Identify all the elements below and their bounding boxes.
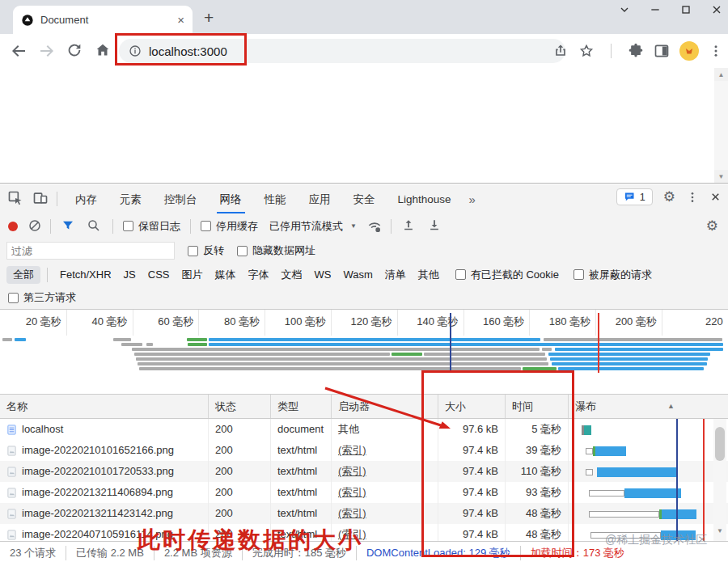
request-size: 97.4 kB xyxy=(438,461,506,482)
request-type: text/html xyxy=(271,440,332,461)
devtools-tab-application[interactable]: 应用 xyxy=(298,185,342,213)
browser-toolbar: localhost:3000 xyxy=(0,34,728,69)
col-header-initiator[interactable]: 启动器 xyxy=(332,395,438,418)
status-load-time: 加载时间：173 毫秒 xyxy=(521,546,634,560)
request-initiator-link[interactable]: (索引) xyxy=(338,444,366,456)
request-name: image-20220210101720533.png xyxy=(22,461,174,482)
more-tabs-icon[interactable]: » xyxy=(463,192,482,206)
clear-icon[interactable] xyxy=(28,218,44,235)
device-toolbar-icon[interactable] xyxy=(32,190,50,208)
request-time: 39 毫秒 xyxy=(506,440,569,461)
devtools-tab-lighthouse[interactable]: Lighthouse xyxy=(387,185,463,213)
scroll-up-icon[interactable]: ▲ xyxy=(714,68,728,81)
network-settings-gear-icon[interactable]: ⚙ xyxy=(706,219,718,233)
side-panel-icon[interactable] xyxy=(654,43,670,59)
browser-tab[interactable]: Document × xyxy=(13,6,193,34)
type-filter-fetch-xhr[interactable]: Fetch/XHR xyxy=(60,268,112,281)
home-icon[interactable] xyxy=(94,41,113,61)
request-initiator-link[interactable]: (索引) xyxy=(338,465,366,477)
disable-cache-checkbox[interactable] xyxy=(201,221,211,231)
export-har-icon[interactable] xyxy=(427,218,443,235)
table-scroll-down-icon[interactable]: ▼ xyxy=(713,527,726,535)
devtools-tab-memory[interactable]: 内存 xyxy=(64,185,108,213)
third-party-checkbox[interactable] xyxy=(8,293,19,303)
type-filter-img[interactable]: 图片 xyxy=(181,268,202,282)
overview-band[interactable] xyxy=(0,336,728,394)
devtools-tab-elements[interactable]: 元素 xyxy=(108,185,153,213)
col-header-size[interactable]: 大小 xyxy=(438,395,506,418)
issues-badge[interactable]: 1 xyxy=(616,188,653,205)
invert-checkbox[interactable] xyxy=(188,246,198,256)
devtools-menu-kebab-icon[interactable] xyxy=(686,191,699,204)
site-info-icon[interactable] xyxy=(129,44,142,57)
type-filter-other[interactable]: 其他 xyxy=(418,268,439,282)
request-row[interactable]: localhost 200 document 其他 97.6 kB 5 毫秒 xyxy=(0,419,728,440)
extensions-puzzle-icon[interactable] xyxy=(628,43,644,59)
devtools-tab-performance[interactable]: 性能 xyxy=(253,185,298,213)
throttling-caret-icon[interactable]: ▼ xyxy=(350,222,357,230)
extension-fox-icon[interactable] xyxy=(679,41,699,61)
window-close-icon[interactable] xyxy=(710,3,723,16)
network-conditions-icon[interactable] xyxy=(366,218,383,235)
import-har-icon[interactable] xyxy=(401,218,417,235)
filter-input[interactable] xyxy=(6,242,175,260)
document-file-icon xyxy=(6,425,17,435)
waterfall-dcl-line xyxy=(676,419,678,541)
forward-icon[interactable] xyxy=(37,41,57,61)
type-filter-manifest[interactable]: 清单 xyxy=(385,268,406,282)
col-header-name[interactable]: 名称 xyxy=(0,395,209,418)
devtools-tab-security[interactable]: 安全 xyxy=(342,185,387,213)
back-icon[interactable] xyxy=(9,41,28,61)
throttling-select[interactable]: 已停用节流模式 xyxy=(269,219,343,234)
devtools-settings-gear-icon[interactable]: ⚙ xyxy=(663,190,675,204)
type-filter-media[interactable]: 媒体 xyxy=(214,268,235,282)
image-file-icon xyxy=(6,488,17,498)
scroll-down-icon[interactable]: ▼ xyxy=(714,170,728,183)
devtools-tab-network[interactable]: 网络 xyxy=(209,185,253,213)
type-filter-ws[interactable]: WS xyxy=(314,268,331,281)
hide-data-urls-checkbox[interactable] xyxy=(237,246,248,256)
type-filter-doc[interactable]: 文档 xyxy=(281,268,302,282)
nettools-divider xyxy=(50,219,51,234)
browser-menu-kebab-icon[interactable] xyxy=(709,44,723,58)
table-scroll-thumb[interactable] xyxy=(715,427,725,461)
request-initiator-link[interactable]: (索引) xyxy=(338,486,366,498)
request-row[interactable]: image-20220213211406894.png 200 text/htm… xyxy=(0,482,728,503)
window-chevron-icon[interactable] xyxy=(618,3,631,16)
ruler-tick: 220 xyxy=(662,310,728,335)
sort-triangle-icon[interactable]: ▲ xyxy=(667,395,675,418)
request-row[interactable]: image-20220210101652166.png 200 text/htm… xyxy=(0,440,728,461)
blocked-cookies-checkbox[interactable] xyxy=(455,269,466,280)
table-scrollbar[interactable]: ▼ xyxy=(713,419,726,541)
reload-icon[interactable] xyxy=(66,41,85,61)
url-bar[interactable]: localhost:3000 xyxy=(119,39,565,63)
col-header-status[interactable]: 状态 xyxy=(209,395,271,418)
tab-close-icon[interactable]: × xyxy=(177,14,184,26)
new-tab-button[interactable]: + xyxy=(204,10,214,26)
type-filter-js[interactable]: JS xyxy=(124,268,136,281)
record-icon[interactable] xyxy=(8,222,18,231)
type-filter-all[interactable]: 全部 xyxy=(6,266,40,284)
blocked-requests-checkbox[interactable] xyxy=(574,269,584,280)
request-row[interactable]: image-20220213211423142.png 200 text/htm… xyxy=(0,503,728,524)
preserve-log-checkbox[interactable] xyxy=(123,221,133,231)
filter-funnel-icon[interactable] xyxy=(61,218,77,235)
window-maximize-icon[interactable] xyxy=(679,3,692,16)
bookmark-star-icon[interactable] xyxy=(578,43,595,59)
col-header-time[interactable]: 时间 xyxy=(506,395,569,418)
share-icon[interactable] xyxy=(552,43,569,59)
col-header-waterfall[interactable]: 瀑布 ▲ xyxy=(569,395,728,418)
type-filter-font[interactable]: 字体 xyxy=(248,268,269,282)
inspect-element-icon[interactable] xyxy=(7,190,25,208)
devtools-close-icon[interactable] xyxy=(709,191,722,203)
window-minimize-icon[interactable] xyxy=(649,3,662,16)
col-header-type[interactable]: 类型 xyxy=(271,395,332,418)
request-initiator-link[interactable]: (索引) xyxy=(338,507,366,519)
page-scrollbar[interactable]: ▲ ▼ xyxy=(714,68,728,183)
devtools-tab-console[interactable]: 控制台 xyxy=(153,185,209,213)
type-filter-wasm[interactable]: Wasm xyxy=(343,268,372,281)
search-icon[interactable] xyxy=(87,218,103,235)
ruler-tick: 120 毫秒 xyxy=(331,310,397,335)
type-filter-css[interactable]: CSS xyxy=(148,268,170,281)
request-row[interactable]: image-20220210101720533.png 200 text/htm… xyxy=(0,461,728,482)
